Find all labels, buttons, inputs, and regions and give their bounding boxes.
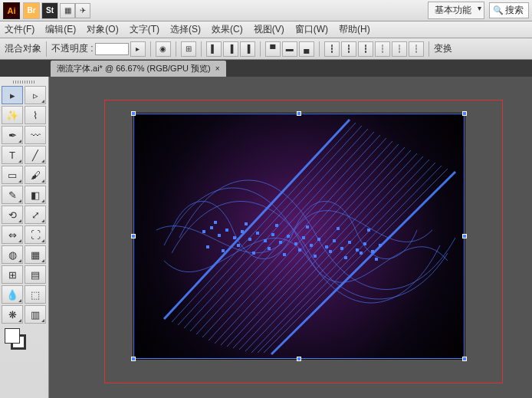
blend-tool[interactable]: ⬚ xyxy=(25,285,46,304)
curvature-tool[interactable]: 〰 xyxy=(25,126,46,144)
pen-tool[interactable]: ✒ xyxy=(2,126,23,144)
distribute-1-icon[interactable]: ┇ xyxy=(324,41,340,57)
transform-label[interactable]: 变换 xyxy=(434,42,452,55)
align-pixel-icon[interactable]: ⊞ xyxy=(181,41,196,57)
menu-file[interactable]: 文件(F) xyxy=(5,23,34,36)
align-right-icon[interactable]: ▐ xyxy=(240,41,255,57)
distribute-group: ┇ ┇ ┇ ┆ ┆ ┆ xyxy=(324,41,424,57)
gpu-icon[interactable]: ✈ xyxy=(75,3,90,18)
document-tab[interactable]: 潮流字体.ai* @ 66.67% (RGB/GPU 预览) × xyxy=(51,61,226,77)
distribute-5-icon[interactable]: ┆ xyxy=(392,41,407,57)
shaper-tool[interactable]: ✎ xyxy=(2,186,23,204)
rotate-tool[interactable]: ⟲ xyxy=(2,206,23,224)
menu-object[interactable]: 对象(O) xyxy=(87,23,118,36)
rectangle-tool[interactable]: ▭ xyxy=(2,166,23,184)
menu-type[interactable]: 文字(T) xyxy=(130,23,159,36)
separator xyxy=(429,41,429,57)
distribute-2-icon[interactable]: ┇ xyxy=(341,41,356,57)
main-area: ▸ ▹ ✨ ⌇ ✒ 〰 T ╱ ▭ 🖌 ✎ ◧ ⟲ ⤢ ⇔ ⛶ xyxy=(0,77,532,398)
stock-icon[interactable]: St xyxy=(41,2,58,19)
menu-help[interactable]: 帮助(H) xyxy=(339,23,370,36)
align-left-icon[interactable]: ▌ xyxy=(206,41,222,57)
direct-selection-tool[interactable]: ▹ xyxy=(25,86,46,104)
paintbrush-tool[interactable]: 🖌 xyxy=(25,166,46,184)
selection-tool[interactable]: ▸ xyxy=(2,86,23,104)
search-input[interactable]: 🔍 搜索 xyxy=(489,2,529,18)
handle-tm[interactable] xyxy=(297,111,301,116)
handle-tr[interactable] xyxy=(462,111,467,116)
separator xyxy=(150,41,151,57)
search-placeholder: 搜索 xyxy=(505,4,524,17)
style-icon[interactable]: ◉ xyxy=(156,41,171,57)
align-vertical-group: ▀ ▬ ▄ xyxy=(265,41,314,57)
menu-effect[interactable]: 效果(C) xyxy=(212,23,243,36)
document-tab-title: 潮流字体.ai* @ 66.67% (RGB/GPU 预览) xyxy=(57,63,211,74)
opacity-label: 不透明度 : xyxy=(51,42,94,55)
opacity-control: 不透明度 : ▸ xyxy=(51,41,146,57)
distribute-3-icon[interactable]: ┇ xyxy=(358,41,373,57)
opacity-field[interactable] xyxy=(95,43,129,55)
free-transform-tool[interactable]: ⛶ xyxy=(25,225,46,244)
line-tool[interactable]: ╱ xyxy=(25,146,46,164)
handle-tl[interactable] xyxy=(131,111,136,116)
lasso-tool[interactable]: ⌇ xyxy=(25,106,46,124)
shape-builder-tool[interactable]: ◍ xyxy=(2,245,23,264)
mesh-tool[interactable]: ⊞ xyxy=(2,265,23,284)
eraser-tool[interactable]: ◧ xyxy=(25,186,46,204)
align-bottom-icon[interactable]: ▄ xyxy=(299,41,314,57)
separator xyxy=(201,41,202,57)
align-horizontal-group: ▌ ▐ ▐ xyxy=(206,41,255,57)
workspace-dropdown[interactable]: 基本功能 xyxy=(428,2,484,19)
selection-type-label: 混合对象 xyxy=(5,42,41,55)
distribute-4-icon[interactable]: ┆ xyxy=(375,41,390,57)
close-icon[interactable]: × xyxy=(215,64,220,73)
handle-br[interactable] xyxy=(462,357,467,361)
control-bar: 混合对象 不透明度 : ▸ ◉ ⊞ ▌ ▐ ▐ ▀ ▬ ▄ ┇ ┇ ┇ ┆ ┆ … xyxy=(0,38,532,60)
menu-select[interactable]: 选择(S) xyxy=(170,23,201,36)
toolbox-handle[interactable] xyxy=(2,78,47,86)
workspace-label: 基本功能 xyxy=(435,5,471,15)
separator xyxy=(176,41,176,57)
canvas-viewport[interactable] xyxy=(49,77,532,398)
opacity-dropdown-icon[interactable]: ▸ xyxy=(130,41,146,57)
handle-ml[interactable] xyxy=(131,234,136,238)
menu-window[interactable]: 窗口(W) xyxy=(295,23,328,36)
app-bar: Ai Br St ▦ ✈ 基本功能 🔍 搜索 xyxy=(0,0,532,21)
gradient-tool[interactable]: ▤ xyxy=(25,265,46,284)
toolbox: ▸ ▹ ✨ ⌇ ✒ 〰 T ╱ ▭ 🖌 ✎ ◧ ⟲ ⤢ ⇔ ⛶ xyxy=(0,77,49,398)
fill-swatch[interactable] xyxy=(5,328,20,344)
eyedropper-tool[interactable]: 💧 xyxy=(2,285,23,304)
menu-view[interactable]: 视图(V) xyxy=(254,23,284,36)
fill-stroke-swatch[interactable] xyxy=(5,328,26,350)
ai-logo: Ai xyxy=(3,2,20,19)
arrange-documents-icon[interactable]: ▦ xyxy=(60,3,75,18)
menu-edit[interactable]: 编辑(E) xyxy=(45,23,76,36)
handle-bm[interactable] xyxy=(297,357,301,361)
selection-box[interactable] xyxy=(133,113,465,359)
symbol-sprayer-tool[interactable]: ❋ xyxy=(2,305,23,324)
bridge-icon[interactable]: Br xyxy=(23,2,40,19)
align-top-icon[interactable]: ▀ xyxy=(265,41,281,57)
perspective-tool[interactable]: ▦ xyxy=(25,245,46,264)
magic-wand-tool[interactable]: ✨ xyxy=(2,106,23,124)
align-vcenter-icon[interactable]: ▬ xyxy=(282,41,297,57)
scale-tool[interactable]: ⤢ xyxy=(25,206,46,224)
width-tool[interactable]: ⇔ xyxy=(2,225,23,244)
handle-mr[interactable] xyxy=(462,234,467,238)
graph-tool[interactable]: ▥ xyxy=(25,305,46,324)
align-hcenter-icon[interactable]: ▐ xyxy=(223,41,238,57)
menu-bar: 文件(F) 编辑(E) 对象(O) 文字(T) 选择(S) 效果(C) 视图(V… xyxy=(0,21,532,38)
handle-bl[interactable] xyxy=(131,357,136,361)
separator xyxy=(46,41,47,57)
type-tool[interactable]: T xyxy=(2,146,23,164)
separator xyxy=(319,41,320,57)
separator xyxy=(260,41,261,57)
search-icon: 🔍 xyxy=(493,5,504,15)
document-tab-bar: 潮流字体.ai* @ 66.67% (RGB/GPU 预览) × xyxy=(0,60,532,77)
distribute-6-icon[interactable]: ┆ xyxy=(409,41,424,57)
